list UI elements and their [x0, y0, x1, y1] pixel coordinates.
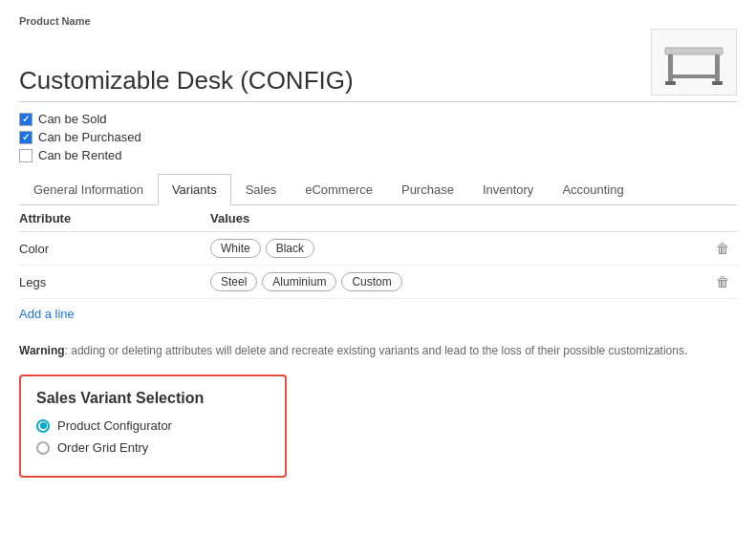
badge-steel[interactable]: Steel — [210, 272, 257, 291]
table-header-row: Attribute Values — [19, 205, 737, 232]
checkbox-sold-box[interactable]: ✓ — [19, 113, 32, 126]
tab-accounting[interactable]: Accounting — [548, 174, 637, 204]
radio-configurator-inner — [40, 422, 47, 429]
radio-configurator-label: Product Configurator — [57, 418, 172, 433]
tabs-bar: General Information Variants Sales eComm… — [19, 174, 737, 205]
values-color: White Black — [210, 239, 708, 258]
tab-sales[interactable]: Sales — [231, 174, 292, 204]
tab-ecommerce[interactable]: eCommerce — [291, 174, 387, 204]
warning-label: Warning — [19, 344, 65, 357]
badge-black[interactable]: Black — [266, 239, 314, 258]
tab-inventory[interactable]: Inventory — [468, 174, 548, 204]
product-title-text: Customizable Desk (CONFIG) — [19, 66, 651, 96]
column-actions — [708, 211, 737, 225]
tab-purchase[interactable]: Purchase — [387, 174, 468, 204]
values-legs: Steel Aluminium Custom — [210, 272, 708, 291]
attribute-legs: Legs — [19, 275, 210, 289]
svg-rect-4 — [665, 81, 676, 85]
checkbox-can-be-rented[interactable]: Can be Rented — [19, 148, 737, 162]
radio-order-grid-entry[interactable]: Order Grid Entry — [36, 440, 270, 455]
svg-rect-5 — [712, 81, 723, 85]
warning-text: : adding or deleting attributes will del… — [65, 344, 688, 357]
column-values: Values — [210, 211, 708, 225]
badge-custom[interactable]: Custom — [341, 272, 401, 291]
badge-white[interactable]: White — [210, 239, 261, 258]
badge-aluminium[interactable]: Aluminium — [262, 272, 336, 291]
radio-configurator-outer[interactable] — [36, 419, 50, 433]
sales-variant-box: Sales Variant Selection Product Configur… — [19, 374, 287, 478]
tab-variants[interactable]: Variants — [158, 174, 231, 205]
attribute-color: Color — [19, 242, 210, 256]
radio-product-configurator[interactable]: Product Configurator — [36, 418, 270, 433]
checkbox-sold-check: ✓ — [22, 114, 30, 124]
checkbox-can-be-purchased[interactable]: ✓ Can be Purchased — [19, 130, 737, 144]
svg-rect-3 — [668, 75, 720, 78]
warning-section: Warning: adding or deleting attributes w… — [19, 342, 707, 359]
delete-legs[interactable]: 🗑 — [708, 274, 737, 289]
checkbox-sold-label: Can be Sold — [38, 112, 107, 126]
checkbox-rented-box[interactable] — [19, 149, 32, 162]
radio-grid-label: Order Grid Entry — [57, 440, 148, 455]
checkbox-purchased-check: ✓ — [22, 132, 30, 142]
checkbox-can-be-sold[interactable]: ✓ Can be Sold — [19, 112, 737, 126]
sales-variant-title: Sales Variant Selection — [36, 390, 270, 407]
variants-table: Attribute Values Color White Black 🗑 Leg… — [19, 205, 737, 329]
add-line-button[interactable]: Add a line — [19, 299, 75, 329]
svg-rect-0 — [665, 48, 723, 54]
delete-color[interactable]: 🗑 — [708, 241, 737, 256]
checkboxes-section: ✓ Can be Sold ✓ Can be Purchased Can be … — [19, 112, 737, 162]
column-attribute: Attribute — [19, 211, 210, 225]
table-row: Color White Black 🗑 — [19, 232, 737, 266]
table-row: Legs Steel Aluminium Custom 🗑 — [19, 266, 737, 299]
checkbox-purchased-box[interactable]: ✓ — [19, 131, 32, 144]
product-name-label: Product Name — [19, 15, 737, 27]
product-image — [651, 29, 737, 96]
checkbox-rented-label: Can be Rented — [38, 148, 121, 162]
checkbox-purchased-label: Can be Purchased — [38, 130, 141, 144]
tab-general[interactable]: General Information — [19, 174, 158, 204]
radio-grid-outer[interactable] — [36, 441, 50, 455]
